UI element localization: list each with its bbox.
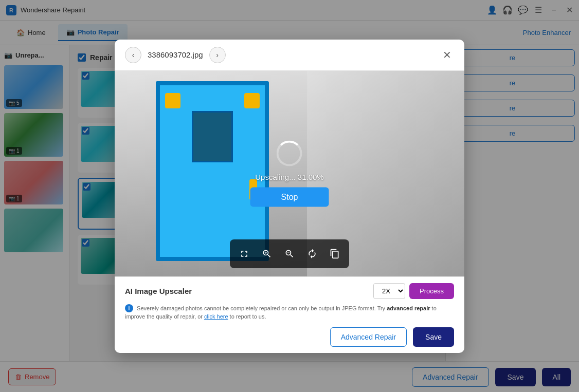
modal-save-button[interactable]: Save — [413, 327, 454, 347]
rotate-button[interactable] — [303, 245, 321, 263]
upscaling-text: Upscaling... 31.00% — [255, 172, 323, 181]
modal-image-area: Upscaling... 31.00% Stop — [115, 71, 464, 276]
zoom-in-button[interactable] — [258, 245, 276, 263]
modal-prev-button[interactable]: ‹ — [125, 47, 141, 63]
scale-selector: 2X 4X Process — [373, 283, 454, 299]
modal: ‹ 3386093702.jpg › ✕ — [115, 40, 464, 353]
modal-footer-top: AI Image Upscaler 2X 4X Process — [125, 283, 454, 299]
modal-footer-buttons: Advanced Repair Save — [125, 327, 454, 347]
report-link[interactable]: click here — [204, 313, 228, 320]
footer-note: i Severely damaged photos cannot be comp… — [125, 304, 454, 321]
modal-close-button[interactable]: ✕ — [440, 48, 454, 62]
zoom-out-button[interactable] — [280, 245, 299, 263]
copy-button[interactable] — [325, 245, 344, 263]
modal-next-button[interactable]: › — [209, 47, 226, 63]
app-window: R Wondershare Repairit 👤 🎧 💬 ☰ − ✕ 🏠 Hom… — [0, 0, 579, 392]
stop-button[interactable]: Stop — [250, 187, 329, 207]
modal-navigation: ‹ 3386093702.jpg › — [125, 47, 226, 63]
modal-toolbar — [230, 239, 349, 268]
process-button[interactable]: Process — [409, 283, 454, 299]
modal-overlay: ‹ 3386093702.jpg › ✕ — [0, 0, 579, 392]
modal-title: 3386093702.jpg — [148, 50, 203, 59]
advanced-repair-text: advanced repair — [387, 305, 430, 311]
fullscreen-button[interactable] — [235, 245, 254, 263]
modal-footer: AI Image Upscaler 2X 4X Process i Severe… — [115, 276, 464, 353]
modal-advanced-repair-button[interactable]: Advanced Repair — [330, 327, 407, 347]
ai-upscaler-label: AI Image Upscaler — [125, 287, 192, 295]
loading-spinner — [277, 140, 302, 166]
upscaling-overlay: Upscaling... 31.00% Stop — [250, 140, 329, 207]
modal-header: ‹ 3386093702.jpg › ✕ — [115, 40, 464, 71]
scale-dropdown[interactable]: 2X 4X — [373, 283, 405, 299]
info-icon: i — [125, 304, 133, 312]
